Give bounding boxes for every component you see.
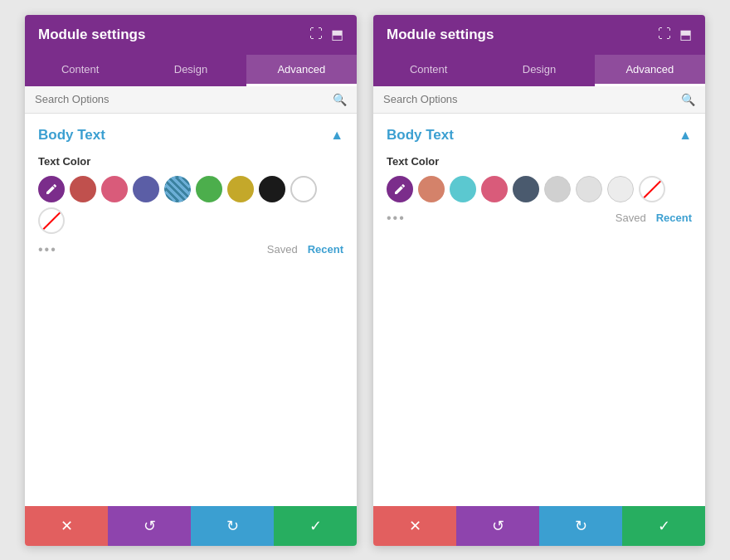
right-color-pen[interactable] <box>387 176 413 202</box>
left-color-1[interactable] <box>70 176 96 202</box>
right-color-no-color[interactable] <box>639 176 665 202</box>
right-color-2[interactable] <box>450 176 476 202</box>
left-recent-link[interactable]: Recent <box>308 243 343 256</box>
right-search-icon: 🔍 <box>681 93 695 106</box>
left-panel-header: Module settings ⛶ ⬒ <box>25 15 357 55</box>
right-color-1[interactable] <box>418 176 445 202</box>
left-color-8[interactable] <box>290 176 317 202</box>
right-saved-link[interactable]: Saved <box>616 212 646 224</box>
right-tab-design[interactable]: Design <box>484 55 594 86</box>
right-recent-link[interactable]: Recent <box>656 212 692 224</box>
left-save-button[interactable]: ✓ <box>274 506 357 546</box>
right-tabs: Content Design Advanced <box>373 55 705 86</box>
left-color-label: Text Color <box>38 155 343 168</box>
left-color-3[interactable] <box>133 176 159 202</box>
right-panel-footer: ✕ ↺ ↻ ✓ <box>373 506 705 546</box>
left-panel-title: Module settings <box>38 27 145 43</box>
left-panel-footer: ✕ ↺ ↻ ✓ <box>25 506 357 546</box>
right-color-7[interactable] <box>607 176 634 202</box>
left-redo-button[interactable]: ↻ <box>191 506 274 546</box>
right-cancel-button[interactable]: ✕ <box>373 506 456 546</box>
left-color-2[interactable] <box>101 176 128 202</box>
left-search-input[interactable] <box>35 93 333 105</box>
right-color-4[interactable] <box>513 176 539 202</box>
left-color-4[interactable] <box>164 176 191 202</box>
right-section-header: Body Text ▲ <box>387 127 692 144</box>
left-saved-link[interactable]: Saved <box>267 243 298 256</box>
left-tab-advanced[interactable]: Advanced <box>246 55 357 86</box>
left-panel: Module settings ⛶ ⬒ Content Design Advan… <box>25 15 357 546</box>
left-color-pen[interactable] <box>38 176 65 202</box>
left-reset-button[interactable]: ↺ <box>108 506 191 546</box>
right-redo-button[interactable]: ↻ <box>539 506 622 546</box>
left-color-no-color[interactable] <box>38 207 65 234</box>
left-color-actions: ••• Saved Recent <box>38 242 343 257</box>
left-section-title: Body Text <box>38 127 105 144</box>
right-color-row <box>387 176 692 202</box>
right-color-6[interactable] <box>576 176 602 202</box>
left-panel-header-icons: ⛶ ⬒ <box>309 27 343 42</box>
right-panel-header-icons: ⛶ ⬒ <box>658 27 692 42</box>
right-resize-icon[interactable]: ⛶ <box>658 27 671 42</box>
right-tab-advanced[interactable]: Advanced <box>595 55 705 86</box>
right-color-3[interactable] <box>481 176 508 202</box>
right-color-label: Text Color <box>387 155 692 168</box>
right-color-5[interactable] <box>544 176 571 202</box>
left-tab-design[interactable]: Design <box>135 55 246 86</box>
right-color-actions: ••• Saved Recent <box>387 211 692 226</box>
left-tab-content[interactable]: Content <box>25 55 135 86</box>
pen-icon <box>45 183 58 196</box>
right-layout-icon[interactable]: ⬒ <box>679 27 692 42</box>
left-tabs: Content Design Advanced <box>25 55 357 86</box>
right-panel-header: Module settings ⛶ ⬒ <box>373 15 705 55</box>
left-cancel-button[interactable]: ✕ <box>25 506 108 546</box>
right-tab-content[interactable]: Content <box>373 55 484 86</box>
left-color-row <box>38 176 343 234</box>
layout-icon[interactable]: ⬒ <box>331 27 343 42</box>
left-search-bar: 🔍 <box>25 86 357 114</box>
right-panel: Module settings ⛶ ⬒ Content Design Advan… <box>373 15 705 546</box>
right-section-title: Body Text <box>387 127 454 144</box>
right-pen-icon <box>393 183 406 196</box>
right-search-bar: 🔍 <box>373 86 705 114</box>
right-save-button[interactable]: ✓ <box>622 506 705 546</box>
left-dots-icon[interactable]: ••• <box>38 242 57 257</box>
left-color-5[interactable] <box>196 176 222 202</box>
left-section-header: Body Text ▲ <box>38 127 343 144</box>
left-color-7[interactable] <box>259 176 285 202</box>
right-reset-button[interactable]: ↺ <box>456 506 539 546</box>
left-panel-body: Body Text ▲ Text Color <box>25 114 357 506</box>
left-color-6[interactable] <box>227 176 254 202</box>
right-chevron-up-icon[interactable]: ▲ <box>679 128 692 143</box>
right-search-input[interactable] <box>383 93 681 105</box>
left-search-icon: 🔍 <box>333 93 347 106</box>
right-panel-title: Module settings <box>387 27 494 43</box>
right-panel-body: Body Text ▲ Text Color <box>373 114 705 506</box>
resize-icon[interactable]: ⛶ <box>309 27 323 42</box>
left-chevron-up-icon[interactable]: ▲ <box>330 128 343 143</box>
right-dots-icon[interactable]: ••• <box>387 211 406 226</box>
